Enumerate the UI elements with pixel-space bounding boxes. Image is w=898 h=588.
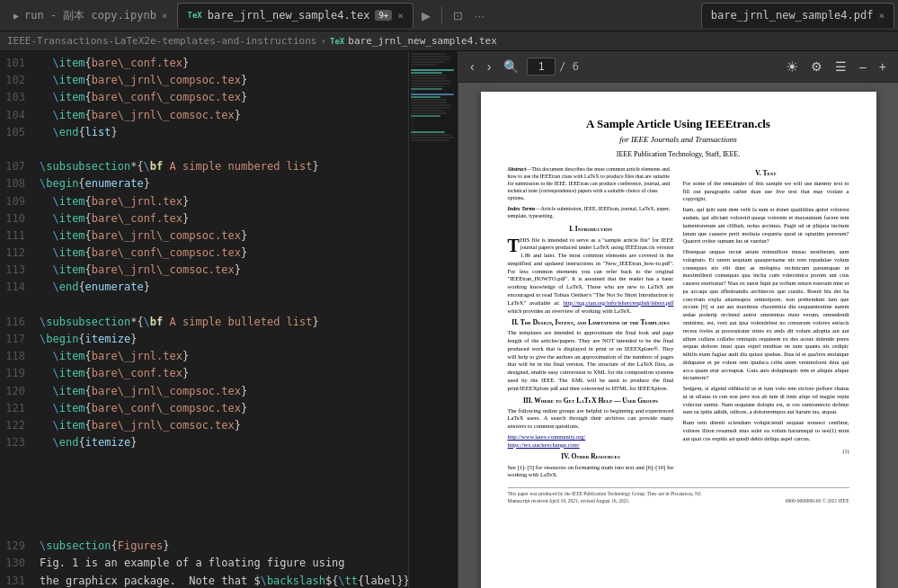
code-line: \item{bare\_jrnl\_compsoc.tex} — [32, 227, 408, 245]
breadcrumb-path[interactable]: IEEE-Transactions-LaTeX2e-templates-and-… — [7, 35, 316, 47]
code-line — [32, 141, 408, 158]
section2-roman: II. — [511, 318, 519, 326]
section3-title: Where to Get LaTeX Help — User Groups — [534, 396, 658, 405]
pdf-search-button[interactable]: 🔍 — [499, 58, 523, 76]
pdf-theme-button[interactable]: ☀ — [781, 57, 803, 77]
code-line — [32, 469, 408, 486]
pdf-section2-body: The templates are intended to approximat… — [508, 329, 674, 392]
pdf-link1: http://www.latex-community.org/ https://… — [508, 433, 674, 450]
code-line — [32, 297, 408, 314]
tab-notebook[interactable]: ▶ run - 副本 copy.ipynb × — [4, 3, 177, 28]
section2-title: The Design, Intent, and Limitations of t… — [520, 318, 670, 326]
main-area: 101102103104105 107108109110111 11211311… — [0, 51, 898, 588]
code-line: the graphicx package. Note that $\backsl… — [32, 573, 408, 588]
pdf-prev-button[interactable]: ‹ — [466, 58, 479, 76]
tab-badge: 9+ — [375, 10, 392, 21]
section1-title: Introduction — [575, 225, 612, 233]
code-line: \item{bare\_jrnl.tex} — [32, 348, 408, 365]
split-editor-button[interactable]: ⊡ — [449, 7, 467, 24]
pdf-right-col: V. Text For some of the remainder of thi… — [683, 165, 849, 482]
breadcrumb: IEEE-Transactions-LaTeX2e-templates-and-… — [0, 31, 898, 51]
run-button[interactable]: ▶ — [417, 7, 435, 24]
divider — [441, 6, 442, 24]
code-line: \item{bare\_conf.tex} — [32, 210, 408, 227]
code-line — [32, 451, 408, 468]
code-line: \item{bare\_jrnl\_compsoc.tex} — [32, 383, 408, 400]
tab-tex-close[interactable]: × — [397, 10, 404, 22]
pdf-index-terms: Index Terms—Article submission, IEEE, IE… — [508, 205, 674, 219]
section4-roman: IV. — [561, 452, 569, 460]
tab-pdf-close[interactable]: × — [878, 10, 885, 22]
editor-panel: 101102103104105 107108109110111 11211311… — [0, 51, 458, 588]
latex-link: http://tug.ctan.org/info/lshort/english/… — [564, 299, 674, 306]
breadcrumb-file: bare_jrnl_new_sample4.tex — [348, 35, 497, 47]
breadcrumb-sep: › — [320, 35, 326, 47]
code-line — [32, 503, 408, 521]
code-content[interactable]: \item{bare\_conf.tex} \item{bare\_jrnl\_… — [32, 51, 408, 588]
pdf-footer: This paper was produced by the IEEE Publ… — [508, 487, 849, 504]
tab-actions: ▶ ⊡ ··· — [417, 6, 489, 24]
code-line: \end{itemize} — [32, 434, 408, 451]
pdf-col2-text5: Rum rem ditenii sciendum volupiciendi se… — [683, 419, 849, 442]
code-line: \item{bare\_jrnl\_comsoc.tex} — [32, 417, 408, 434]
pdf-footer-page: 0000-0000000-00 © 2021 IEEE — [786, 498, 849, 504]
pdf-page-number: (1) — [683, 448, 849, 455]
code-line: \item{bare\_conf\_compsoc.tex} — [32, 245, 408, 262]
tab-bar: ▶ run - 副本 copy.ipynb × TeX bare_jrnl_ne… — [0, 0, 898, 31]
pdf-footer-note: This paper was produced by the IEEE Publ… — [508, 491, 702, 504]
tex-icon: TeX — [187, 11, 201, 20]
tab-pdf-label: bare_jrnl_new_sample4.pdf — [711, 9, 874, 22]
tab-tex[interactable]: TeX bare_jrnl_new_sample4.tex 9+ × — [177, 3, 413, 28]
code-line: \end{list} — [32, 124, 408, 141]
code-line — [32, 486, 408, 503]
code-line: \item{bare\_conf\_compsoc.tex} — [32, 400, 408, 417]
pdf-page-input[interactable] — [527, 58, 556, 76]
code-area[interactable]: 101102103104105 107108109110111 11211311… — [0, 51, 458, 588]
notebook-icon: ▶ — [13, 11, 19, 21]
tab-notebook-close[interactable]: × — [162, 10, 168, 22]
tab-tex-label: bare_jrnl_new_sample4.tex — [208, 9, 370, 22]
pdf-section1-header: I. Introduction — [508, 225, 674, 234]
code-line: \item{bare\_conf.tex} — [32, 55, 408, 72]
code-line — [32, 521, 408, 538]
line-numbers: 101102103104105 107108109110111 11211311… — [0, 51, 32, 588]
pdf-subtitle: for IEEE Journals and Transactions — [508, 134, 849, 145]
code-line: \item{bare\_jrnl\_comsoc.tex} — [32, 107, 408, 124]
pdf-author: IEEE Publication Technology, Staff, IEEE… — [508, 150, 849, 160]
code-line: \item{bare\_jrnl\_compsoc.tex} — [32, 72, 408, 89]
more-button[interactable]: ··· — [470, 7, 489, 24]
code-line: \subsubsection*{\bf A simple numbered li… — [32, 158, 408, 175]
drop-cap-T: T — [508, 238, 520, 253]
section3-roman: III. — [523, 396, 533, 405]
link2: https://tex.stackexchange.com/ — [508, 441, 580, 448]
pdf-section4-header: IV. Other Resources — [508, 452, 674, 461]
pdf-page: A Sample Article Using IEEEtran.cls for … — [481, 92, 876, 588]
pdf-columns: Abstract—This document describes the mos… — [508, 165, 849, 482]
pdf-section5-header: V. Text — [683, 169, 849, 178]
code-line: \begin{enumerate} — [32, 175, 408, 192]
tab-pdf[interactable]: bare_jrnl_new_sample4.pdf × — [701, 3, 894, 28]
minimap — [408, 51, 458, 588]
code-line: \item{bare\_jrnl\_comsoc.tex} — [32, 262, 408, 279]
pdf-settings-button[interactable]: ⚙ — [806, 58, 827, 76]
pdf-section3-body: The following online groups are helpful … — [508, 407, 674, 431]
pdf-col2-text3: Obsequae sequas rectat aetate minnullore… — [683, 248, 849, 382]
code-line: \begin{itemize} — [32, 331, 408, 348]
code-line: \end{enumerate} — [32, 279, 408, 296]
pdf-toolbar: ‹ › 🔍 / 6 ☀ ⚙ ☰ – + — [458, 51, 898, 83]
pdf-content[interactable]: A Sample Article Using IEEEtran.cls for … — [458, 83, 898, 588]
pdf-col2-text1: For some of the remainder of this sample… — [683, 180, 849, 203]
pdf-next-button[interactable]: › — [483, 58, 496, 76]
pdf-footer-note-text: This paper was produced by the IEEE Publ… — [508, 491, 702, 497]
pdf-panel: ‹ › 🔍 / 6 ☀ ⚙ ☰ – + A Sample Article Usi… — [458, 51, 898, 588]
pdf-zoom-in-button[interactable]: + — [875, 58, 891, 76]
section5-roman: V. — [755, 169, 760, 177]
section5-title: Text — [762, 169, 776, 177]
pdf-section3-header: III. Where to Get LaTeX Help — User Grou… — [508, 396, 674, 405]
code-line: \item{bare\_conf\_compsoc.tex} — [32, 89, 408, 106]
pdf-footer-received: Manuscript received April 19, 2021; revi… — [508, 498, 702, 504]
index-label: Index Terms — [508, 206, 536, 211]
pdf-zoom-out-button[interactable]: – — [855, 58, 871, 76]
pdf-menu-button[interactable]: ☰ — [831, 58, 851, 76]
pdf-title: A Sample Article Using IEEEtran.cls — [508, 117, 849, 132]
